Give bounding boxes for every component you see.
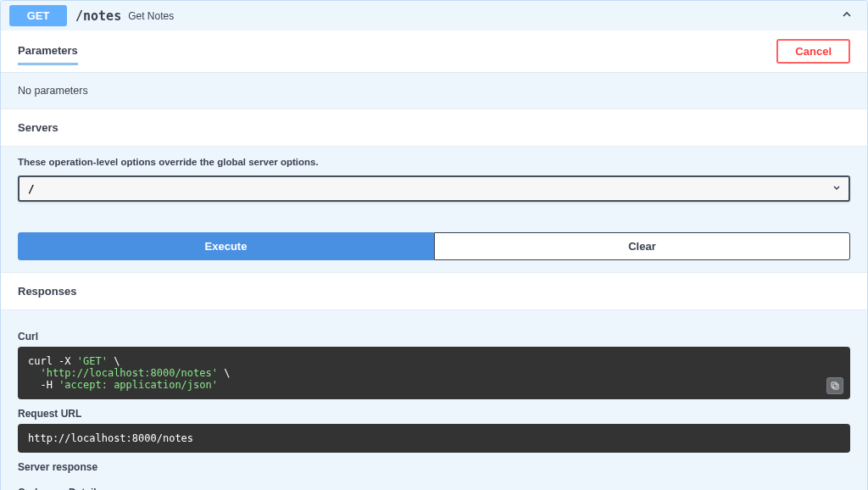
operation-block: GET /notes Get Notes Parameters Cancel N… bbox=[0, 0, 868, 490]
operation-path: /notes bbox=[75, 8, 121, 24]
parameters-empty: No parameters bbox=[1, 72, 867, 109]
svg-rect-1 bbox=[832, 382, 837, 387]
curl-code-block: curl -X 'GET' \ 'http://localhost:8000/n… bbox=[18, 347, 850, 399]
parameters-bar: Parameters Cancel bbox=[1, 31, 867, 72]
parameters-heading: Parameters bbox=[18, 44, 78, 65]
servers-heading: Servers bbox=[18, 121, 58, 134]
responses-heading-bar: Responses bbox=[1, 272, 867, 310]
curl-text: \ bbox=[218, 367, 230, 379]
parameters-tab[interactable]: Parameters bbox=[18, 44, 78, 58]
execute-button[interactable]: Execute bbox=[18, 232, 434, 260]
responses-body: Curl curl -X 'GET' \ 'http://localhost:8… bbox=[1, 310, 867, 490]
action-row: Execute Clear bbox=[1, 217, 867, 272]
method-badge: GET bbox=[9, 5, 67, 26]
chevron-up-icon[interactable] bbox=[840, 8, 854, 24]
servers-note: These operation-level options override t… bbox=[18, 157, 850, 167]
server-response-title: Server response bbox=[18, 461, 850, 473]
servers-body: These operation-level options override t… bbox=[1, 146, 867, 217]
operation-summary: Get Notes bbox=[128, 10, 174, 22]
col-code: Code bbox=[18, 487, 69, 490]
operation-header[interactable]: GET /notes Get Notes bbox=[1, 1, 867, 31]
curl-text: -H bbox=[28, 379, 58, 391]
cancel-button[interactable]: Cancel bbox=[776, 39, 850, 64]
server-select[interactable]: / bbox=[18, 175, 850, 202]
servers-heading-bar: Servers bbox=[1, 109, 867, 146]
request-url-title: Request URL bbox=[18, 408, 850, 420]
operation-body: Parameters Cancel No parameters Servers … bbox=[1, 31, 867, 490]
response-table-header: Code Details bbox=[18, 480, 850, 490]
col-details: Details bbox=[69, 487, 850, 490]
svg-rect-0 bbox=[833, 384, 838, 389]
request-url-block: http://localhost:8000/notes bbox=[18, 424, 850, 453]
clear-button[interactable]: Clear bbox=[434, 232, 850, 260]
curl-text: \ bbox=[108, 355, 120, 367]
curl-string: 'accept: application/json' bbox=[58, 379, 218, 391]
curl-text: curl -X bbox=[28, 355, 77, 367]
curl-title: Curl bbox=[18, 331, 850, 342]
server-select-wrap: / bbox=[18, 175, 850, 202]
curl-string: 'GET' bbox=[77, 355, 108, 367]
responses-heading: Responses bbox=[18, 285, 76, 298]
copy-icon[interactable] bbox=[826, 377, 843, 394]
curl-string: 'http://localhost:8000/notes' bbox=[28, 367, 218, 379]
